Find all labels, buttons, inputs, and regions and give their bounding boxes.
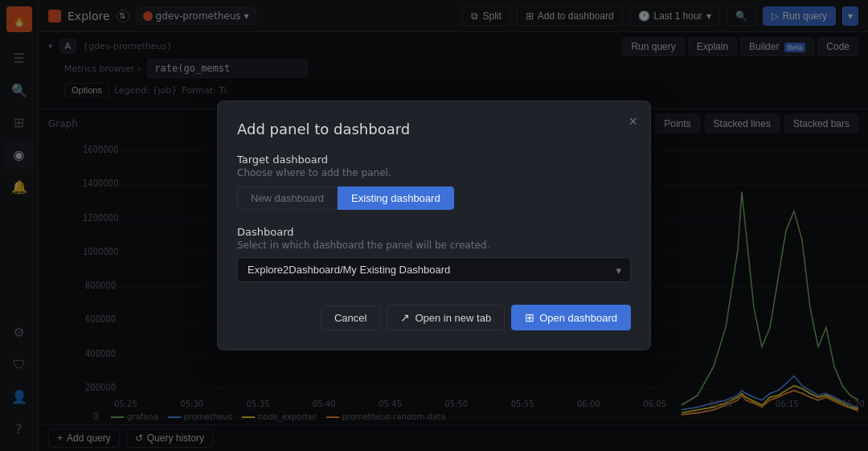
add-panel-modal: × Add panel to dashboard Target dashboar… [217,100,651,351]
cancel-button[interactable]: Cancel [321,305,380,330]
target-section-desc: Choose where to add the panel. [237,167,631,178]
tab-existing-dashboard[interactable]: Existing dashboard [338,187,454,210]
target-section-label: Target dashboard [237,154,631,166]
tab-new-dashboard[interactable]: New dashboard [237,187,338,210]
open-tab-label: Open in new tab [415,312,491,324]
dashboard-select-section-label: Dashboard [237,226,631,238]
open-dashboard-label: Open dashboard [539,312,617,324]
open-dashboard-icon: ⊞ [525,311,534,324]
modal-title: Add panel to dashboard [237,121,631,137]
open-dashboard-button[interactable]: ⊞ Open dashboard [511,305,631,330]
modal-footer: Cancel ↗ Open in new tab ⊞ Open dashboar… [237,305,631,330]
open-in-new-tab-button[interactable]: ↗ Open in new tab [387,305,505,330]
dashboard-tab-group: New dashboard Existing dashboard [237,187,631,210]
open-tab-icon: ↗ [400,311,410,324]
modal-overlay: × Add panel to dashboard Target dashboar… [0,0,868,451]
dashboard-select-section-desc: Select in which dashboard the panel will… [237,240,631,251]
modal-close-button[interactable]: × [628,114,637,129]
dashboard-select-wrapper: Explore2Dashboard/My Existing Dashboard [237,257,631,282]
dashboard-dropdown[interactable]: Explore2Dashboard/My Existing Dashboard [237,257,631,282]
